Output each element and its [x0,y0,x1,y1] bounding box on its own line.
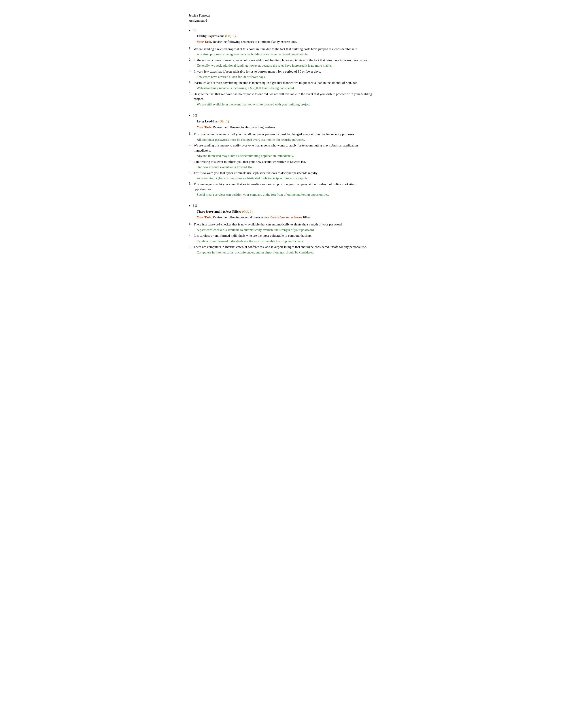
text-6-2-1: This is an announcement to tell you that… [194,132,355,137]
num-6-2-3: 3. [189,159,194,163]
your-task-6-1: Your Task. Revise the following sentence… [197,39,374,44]
item-6-2-4: 4. This is to warn you that cyber crimin… [189,171,374,176]
text-6-2-2: We are sending this memo to notify every… [194,143,374,153]
text-6-3-2: It is careless or uninformed individuals… [194,233,312,238]
section-heading-prefix-6-3: There [197,210,206,213]
your-task-italic2-6-3: it is/was [291,216,302,219]
num-6-1-1: 1. [189,47,194,50]
your-task-text-6-2: Revise the following to eliminate long l… [213,125,276,129]
your-task-italic1-6-3: there is/are [270,216,285,219]
num-6-3-1: 1. [189,222,194,226]
answer-6-1-4: Web advertising income is increasing, a … [197,86,374,91]
item-6-2-2: 2. We are sending this memo to notify ev… [189,143,374,153]
text-6-3-3: There are computers in Internet cafes, a… [194,244,367,250]
header: Jessica Fonseca Assignment 6 [189,13,374,23]
bullet-icon-6-3: • [189,204,190,209]
section-heading-6-1: Flabby Expressions [197,34,224,38]
section-6-1: • 6.1 Flabby Expressions (Obj. 1) Your T… [189,28,374,107]
author-name: Jessica Fonseca [189,13,374,18]
text-6-3-1: There is a password-checker that is now … [194,222,343,227]
item-6-1-1: 1. We are sending a revised proposal at … [189,47,374,52]
item-6-1-4: 4. Inasmuch as our Web advertising incom… [189,80,374,85]
your-task-prefix-6-3: Revise the following to avoid unnecessar… [213,216,270,219]
text-6-1-5: Despite the fact that we have had no res… [194,92,374,101]
item-6-3-1: 1. There is a password-checker that is n… [189,222,374,227]
section-number-6-2: 6.2 [193,113,197,118]
item-6-2-1: 1. This is an announcement to tell you t… [189,132,374,137]
num-6-3-2: 2. [189,233,194,237]
num-6-3-3: 3. [189,244,194,248]
num-6-1-2: 2. [189,58,194,62]
answer-6-1-5: We are still available in the event that… [197,102,374,107]
section-heading-mid-6-3: and [213,210,220,213]
text-6-1-3: In very few cases has it been advisable … [194,69,321,74]
section-bullet-6-2: • 6.2 [189,113,374,118]
num-6-2-4: 4. [189,171,194,174]
your-task-text-6-1: Revise the following sentences to elimin… [213,40,297,43]
num-6-1-3: 3. [189,69,194,73]
section-6-2: • 6.2 Long Lead-Ins (Obj. 1) Your Task. … [189,113,374,197]
item-6-1-2: 2. In the normal course of events, we wo… [189,58,374,63]
section-heading-suffix-6-3: Fillers [231,210,241,213]
your-task-6-2: Your Task. Revise the following to elimi… [197,125,374,130]
item-6-3-2: 2. It is careless or uninformed individu… [189,233,374,238]
text-6-2-5: This message is to let you know that soc… [194,182,374,192]
section-heading-italic1-6-3: is/are [206,210,213,213]
num-6-1-5: 5. [189,92,194,95]
answer-6-3-3: Computers in Internet cafes, at conferen… [197,250,374,255]
section-number-6-1: 6.1 [193,28,197,33]
answer-6-2-4: As a warning; cyber criminals use sophis… [197,176,374,181]
text-6-2-4: This is to warn you that cyber criminals… [194,171,318,176]
your-task-suffix-6-3: fillers. [302,216,312,219]
answer-6-1-2: Generally, we seek additional funding; h… [197,63,374,68]
answer-6-1-3: Few cases have advised a loan for 90 or … [197,74,374,79]
item-6-3-3: 3. There are computers in Internet cafes… [189,244,374,250]
assignment-label: Assignment 6 [189,18,374,23]
item-6-1-3: 3. In very few cases has it been advisab… [189,69,374,74]
bullet-icon-6-1: • [189,28,190,33]
section-heading-italic2-6-3: it is/was [220,210,231,213]
answer-6-2-5: Social media services can position your … [197,192,374,197]
text-6-1-2: In the normal course of events, we would… [194,58,369,63]
answer-6-3-2: Careless or uninformed individuals are t… [197,239,374,244]
text-6-1-1: We are sending a revised proposal at thi… [194,47,358,52]
section-title-6-3: There is/are and it is/was Fillers (Obj.… [197,210,374,214]
section-heading-6-2: Long Lead-Ins [197,120,218,123]
answer-6-2-1: All computer passwords must be changed e… [197,137,374,142]
text-6-2-3: I am writing this letter to inform you t… [194,159,306,164]
item-6-2-5: 5. This message is to let you know that … [189,182,374,192]
num-6-2-1: 1. [189,132,194,135]
section-6-3: • 6.3 There is/are and it is/was Fillers… [189,204,374,255]
num-6-1-4: 4. [189,80,194,84]
section-number-6-3: 6.3 [193,204,197,208]
page-border [189,9,374,9]
num-6-2-2: 2. [189,143,194,147]
obj-link-6-1: (Obj. 1) [225,34,236,38]
num-6-2-5: 5. [189,182,194,186]
item-6-2-3: 3. I am writing this letter to inform yo… [189,159,374,164]
item-6-1-5: 5. Despite the fact that we have had no … [189,92,374,101]
section-bullet-6-1: • 6.1 [189,28,374,33]
your-task-mid-6-3: and [285,216,291,219]
your-task-label-6-2: Your Task. [197,125,212,129]
answer-6-2-3: Our new account executive is Edward Ho. [197,165,374,170]
bullet-icon-6-2: • [189,113,190,118]
obj-link-6-3: (Obj. 1) [242,210,253,213]
section-title-6-2: Long Lead-Ins (Obj. 1) [197,120,374,123]
section-bullet-6-3: • 6.3 [189,204,374,209]
text-6-1-4: Inasmuch as our Web advertising income i… [194,80,358,85]
answer-6-1-1: A revised proposal is being sent because… [197,52,374,57]
section-title-6-1: Flabby Expressions (Obj. 1) [197,34,374,38]
your-task-6-3: Your Task. Revise the following to avoid… [197,215,374,220]
obj-link-6-2: (Obj. 1) [218,120,229,123]
answer-6-3-1: A password-checker is available to autom… [197,227,374,233]
answer-6-2-2: Anyone interested may submit a telecommu… [197,153,374,158]
your-task-label-6-3: Your Task. [197,216,212,219]
your-task-label-6-1: Your Task. [197,40,212,43]
